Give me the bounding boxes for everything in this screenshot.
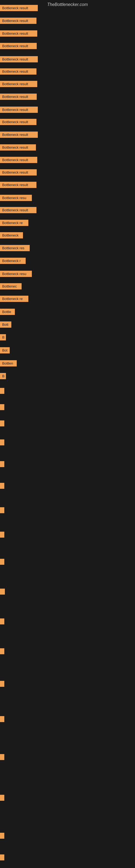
bottleneck-bar	[0, 716, 4, 722]
bottleneck-bar	[0, 439, 4, 445]
bottleneck-result-item: Bottleneck result	[0, 106, 38, 113]
bottleneck-result-item: Bottleneck resu	[0, 271, 32, 277]
bottleneck-bar	[0, 421, 4, 426]
bottleneck-result-item: Bottleneck result	[0, 131, 38, 138]
bottleneck-result-item: Bottleneck result	[0, 56, 38, 62]
bottleneck-bar	[0, 648, 4, 654]
bottleneck-result-item: Bottleneck result	[0, 119, 37, 125]
bottleneck-result-item: Bottleneck re	[0, 296, 28, 302]
bottleneck-bar	[0, 589, 5, 595]
bottleneck-result-item: Bottleneck resu	[0, 195, 32, 201]
bottleneck-result-item: Bottleneck result	[0, 5, 38, 11]
bottleneck-result-item: Bottleneck result	[0, 68, 37, 74]
bottleneck-bar	[0, 388, 4, 394]
bottleneck-bar	[0, 618, 4, 624]
bottleneck-result-item: Bottleneck result	[0, 144, 36, 151]
bottleneck-bar	[0, 507, 4, 513]
bottleneck-bar	[0, 483, 4, 489]
bottleneck-result-item: Bottleneck res	[0, 245, 30, 251]
bottleneck-result-item: Bottlenec	[0, 283, 21, 289]
bottleneck-result-item: Bottleneck result	[0, 30, 37, 37]
bottleneck-result-item: Bottlen	[0, 360, 17, 367]
bottleneck-result-item: Bottleneck result	[0, 43, 37, 49]
bottleneck-result-item: Bottleneck result	[0, 169, 37, 176]
bottleneck-result-item: B	[0, 334, 6, 340]
bottleneck-bar	[0, 404, 4, 410]
bottleneck-bar	[0, 795, 4, 801]
bottleneck-result-item: Bottleneck result	[0, 81, 37, 87]
bottleneck-result-item: Bot	[0, 347, 10, 353]
bottleneck-bar	[0, 754, 4, 760]
bottleneck-bar	[0, 833, 4, 839]
bottleneck-bar	[0, 681, 4, 687]
bottleneck-bar	[0, 855, 4, 860]
bottleneck-bar	[0, 461, 4, 467]
bottleneck-result-item: B	[0, 373, 6, 379]
bottleneck-result-item: Bottleneck r	[0, 258, 26, 264]
bottleneck-result-item: Bottleneck	[0, 232, 23, 239]
bottleneck-result-item: Bottleneck result	[0, 157, 37, 163]
bottleneck-result-item: Bottleneck result	[0, 94, 37, 100]
bottleneck-result-item: Bottleneck re	[0, 220, 28, 226]
bottleneck-result-item: Bottleneck result	[0, 182, 37, 188]
bottleneck-result-item: Bottle	[0, 309, 15, 315]
bottleneck-result-item: Bott	[0, 321, 11, 328]
bottleneck-result-item: Bottleneck result	[0, 18, 37, 24]
bottleneck-bar	[0, 532, 4, 538]
bottleneck-bar	[0, 559, 4, 565]
bottleneck-result-item: Bottleneck result	[0, 207, 37, 213]
